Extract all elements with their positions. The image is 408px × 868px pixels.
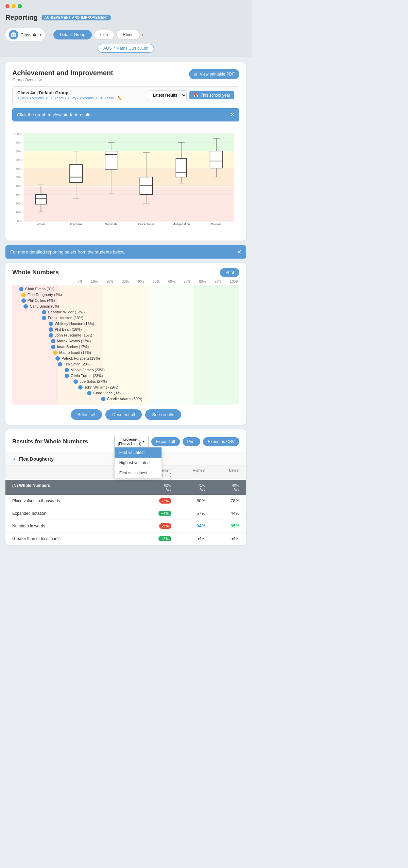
curriculum-tab[interactable]: AUS 7 Maths Curriculum: [98, 44, 154, 53]
section-improvement-avg: 62%Avg: [131, 483, 171, 491]
student-row[interactable]: Chad Vince (33%): [12, 390, 239, 396]
card-subtitle: Group Overview: [12, 78, 113, 82]
expand-student-icon[interactable]: ▲: [12, 457, 16, 461]
svg-rect-4: [12, 36, 13, 36]
student-dot: [49, 322, 53, 326]
student-label: John Williams (29%): [84, 385, 118, 389]
student-row[interactable]: Carly Simon (5%): [12, 304, 239, 309]
student-row[interactable]: Joe Sakic (27%): [12, 379, 239, 384]
whole-numbers-chart-card: Whole Numbers Print 0% 10% 20% 30% 40% 5…: [5, 263, 246, 425]
option-first-vs-latest[interactable]: First vs Latest: [115, 447, 162, 458]
data-row: Greater than or less than?+2%54%54%: [5, 533, 246, 545]
class-icon: [9, 30, 18, 39]
prev-group-btn[interactable]: ‹: [49, 30, 53, 39]
row-label: Place values to thousands: [12, 498, 131, 503]
achievement-card: Achievement and Improvement Group Overvi…: [5, 62, 246, 241]
student-row[interactable]: Tim Smith (20%): [12, 361, 239, 367]
student-row[interactable]: Minnie James (23%): [12, 367, 239, 373]
student-row[interactable]: Chad Evans (3%): [12, 286, 239, 292]
improvement-dropdown-btn[interactable]: Improvement(First vs Latest) ▾: [114, 435, 149, 448]
svg-text:20%: 20%: [16, 202, 22, 205]
option-highest-vs-latest[interactable]: Highest vs Latest: [115, 458, 162, 468]
print-chart-btn[interactable]: Print: [220, 268, 239, 277]
student-dot: [73, 379, 78, 384]
maximize-icon[interactable]: [18, 4, 22, 8]
col-header-highest: Highest: [171, 468, 205, 477]
svg-text:Whole: Whole: [37, 223, 45, 226]
student-label: Chad Evans (3%): [25, 287, 54, 291]
next-group-btn[interactable]: ›: [140, 30, 144, 39]
student-dot: [49, 327, 53, 332]
student-label: Mauro Icardi (18%): [59, 350, 91, 355]
student-dot: [65, 368, 69, 372]
svg-text:80%: 80%: [16, 150, 22, 153]
student-info-bar: For more detailed reporting select from …: [5, 245, 246, 259]
student-dot: [19, 287, 23, 291]
section-label: (N) Whole Numbers: [12, 483, 131, 491]
row-latest: 54%: [205, 536, 239, 541]
school-year-button[interactable]: 📅 This school year: [189, 91, 234, 99]
row-latest: 44%: [205, 511, 239, 516]
select-all-btn[interactable]: Select all: [71, 409, 102, 420]
graph-info-bar: Click the graph to view student results …: [12, 108, 239, 121]
svg-point-3: [14, 35, 15, 36]
calendar-icon: 📅: [193, 93, 199, 98]
student-row[interactable]: Patrick Forsberg (19%): [12, 356, 239, 361]
student-dot: [23, 304, 28, 309]
option-first-vs-highest[interactable]: First vs Highest: [115, 468, 162, 478]
class-selector[interactable]: Class 4a ▾: [5, 28, 45, 41]
student-row[interactable]: Phil Bean (16%): [12, 327, 239, 332]
student-label: Phil Bean (16%): [55, 327, 82, 331]
row-latest: 85%: [205, 523, 239, 528]
expand-all-btn[interactable]: Expand all: [151, 437, 180, 446]
see-results-btn[interactable]: See results: [145, 409, 181, 420]
svg-rect-36: [36, 195, 46, 204]
student-dot: [78, 385, 83, 390]
student-row[interactable]: Iman Barlow (17%): [12, 344, 239, 350]
close-info-bar2-btn[interactable]: ✕: [237, 249, 241, 255]
results-actions: Improvement(First vs Latest) ▾ First vs …: [114, 435, 239, 448]
group-tab-rhino[interactable]: Rhino: [116, 30, 140, 39]
box-plot-chart[interactable]: 100% 90% 80% 70% 60% 50% 40% 30% 20% 10%…: [12, 126, 239, 234]
student-row[interactable]: John Williams (29%): [12, 384, 239, 390]
close-icon[interactable]: [5, 4, 10, 8]
export-csv-btn[interactable]: Export as CSV: [203, 437, 239, 446]
students-list: Chad Evans (3%)Flea Dougherty (4%)Phil C…: [12, 286, 239, 402]
svg-rect-61: [210, 151, 223, 168]
student-row[interactable]: Mauro Icardi (18%): [12, 350, 239, 356]
group-info-dates: <Day> <Month> <Full Year> - <Day> <Month…: [17, 96, 122, 100]
student-label: Patrick Forsberg (19%): [62, 356, 100, 360]
student-dot: [42, 316, 46, 320]
close-info-bar-btn[interactable]: ✕: [230, 112, 235, 118]
section-highest-avg: 71%Avg: [171, 483, 205, 491]
svg-text:Division: Division: [211, 223, 222, 226]
svg-rect-19: [23, 169, 234, 186]
card-title-area: Achievement and Improvement Group Overvi…: [12, 69, 113, 82]
row-highest: 54%: [171, 536, 205, 541]
results-dropdown[interactable]: Latest results: [148, 91, 187, 100]
student-dot: [53, 350, 57, 355]
row-highest: 80%: [171, 498, 205, 503]
student-row[interactable]: Flea Dougherty (4%): [12, 292, 239, 298]
group-tab-lion[interactable]: Lion: [94, 30, 115, 39]
student-dot: [21, 298, 26, 303]
student-row[interactable]: Phil Collins (4%): [12, 298, 239, 304]
print-results-btn[interactable]: Print: [183, 437, 201, 446]
student-row[interactable]: Charlie Adams (39%): [12, 396, 239, 402]
student-label: Marek Svatos (17%): [57, 339, 91, 343]
student-row[interactable]: Whitney Houston (16%): [12, 321, 239, 327]
view-pdf-button[interactable]: 🖨 View printable PDF: [189, 69, 240, 79]
svg-text:Percentages: Percentages: [138, 223, 155, 226]
group-tab-default[interactable]: Default Group: [53, 30, 92, 39]
student-row[interactable]: Frank Houston (13%): [12, 315, 239, 321]
student-row[interactable]: Olivia Turner (23%): [12, 373, 239, 379]
student-row[interactable]: Deontae Wilder (13%): [12, 309, 239, 315]
minimize-icon[interactable]: [12, 4, 16, 8]
class-dropdown-icon: ▾: [40, 33, 41, 37]
deselect-all-btn[interactable]: Deselect all: [105, 409, 142, 420]
col-header-label: [12, 468, 131, 477]
student-row[interactable]: John Frusciante (16%): [12, 332, 239, 338]
svg-text:70%: 70%: [16, 158, 22, 162]
edit-dates-icon[interactable]: ✏️: [117, 96, 122, 100]
student-row[interactable]: Marek Svatos (17%): [12, 338, 239, 344]
